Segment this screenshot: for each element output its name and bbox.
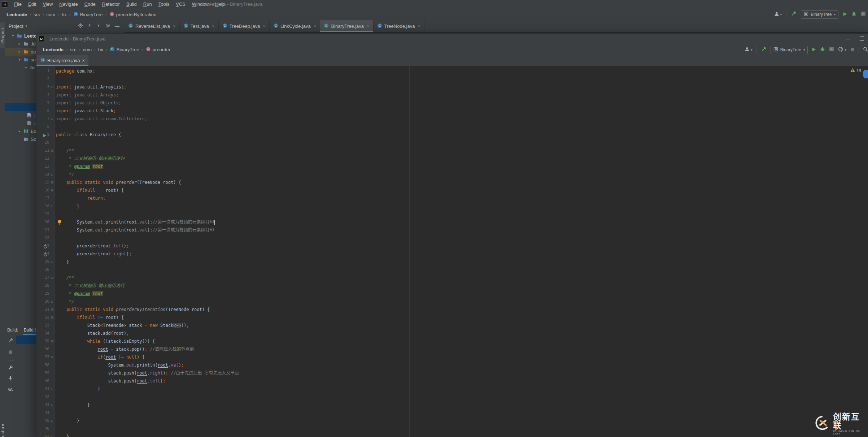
fold-marker[interactable]: ⊟ — [51, 313, 54, 321]
close-icon[interactable]: × — [263, 23, 266, 29]
fold-marker[interactable]: ⊟ — [51, 147, 54, 155]
code-line-13[interactable]: 13 * @param root — [36, 163, 868, 170]
menu-item-build[interactable]: Build — [123, 0, 140, 9]
code-line-36[interactable]: 36 root = stack.pop(); //去除压入栈的节点值 — [36, 345, 868, 353]
code-line-47[interactable]: 47⊔ } — [36, 433, 868, 437]
fold-marker[interactable]: ⊔ — [51, 417, 54, 425]
fold-marker[interactable]: ⊔ — [51, 298, 54, 306]
fold-marker[interactable]: ⊟ — [51, 306, 54, 313]
code-line-32[interactable]: 32⊟ if(null != root) { — [36, 313, 868, 321]
breadcrumb-item-com[interactable]: com — [83, 47, 92, 52]
code-line-1[interactable]: 1package com.hx; — [36, 67, 868, 75]
code-line-16[interactable]: 16⊟ if(null == root) { — [36, 186, 868, 194]
collapse-all-icon[interactable] — [87, 23, 92, 29]
code-line-29[interactable]: 29 * @param root — [36, 290, 868, 298]
menu-item-tools[interactable]: Tools — [155, 0, 173, 9]
maximize-icon[interactable] — [860, 36, 864, 41]
breadcrumb-item-preorderByIteration[interactable]: mpreorderByIteration — [109, 12, 156, 18]
project-panel-header[interactable]: Project ▾ — — [5, 20, 125, 32]
code-line-8[interactable]: 8 — [36, 123, 868, 131]
code-line-45[interactable]: 45⊔ } — [36, 417, 868, 425]
code-line-6[interactable]: 6import java.util.Stack; — [36, 107, 868, 115]
fold-marker[interactable]: ⊔ — [51, 401, 54, 409]
chevron-down-icon[interactable]: ▾ — [11, 34, 15, 38]
code-line-4[interactable]: 4import java.util.Arrays; — [36, 91, 868, 99]
fold-marker[interactable]: ⊔ — [51, 202, 54, 210]
coverage-button[interactable] — [829, 47, 834, 53]
inner-tab-binarytree[interactable]: C BinaryTree.java × — [36, 55, 88, 66]
code-line-42[interactable]: 42 — [36, 393, 868, 401]
code-line-3[interactable]: 3⊟import java.util.ArrayList; — [36, 83, 868, 91]
code-line-9[interactable]: 9public class BinaryTree { — [36, 131, 868, 139]
user-menu-button[interactable]: ▾ — [745, 47, 753, 53]
breadcrumb-item-BinaryTree[interactable]: CBinaryTree — [73, 12, 103, 18]
fold-marker[interactable]: ⊔ — [51, 170, 54, 178]
menu-item-code[interactable]: Code — [81, 0, 99, 9]
code-line-27[interactable]: 27⊟ /** — [36, 274, 868, 282]
pin-icon[interactable] — [8, 376, 13, 382]
tool-stripe-project-button[interactable]: Project — [0, 22, 5, 48]
inner-window-titlebar[interactable]: IJ Leetcode - BinaryTree.java — — [36, 34, 868, 44]
close-icon[interactable]: × — [173, 23, 176, 29]
chevron-down-icon[interactable]: ▾ — [17, 58, 22, 61]
code-line-22[interactable]: 22 — [36, 234, 868, 242]
fold-marker[interactable]: ⊔ — [51, 115, 54, 123]
fold-marker[interactable]: ⊟ — [51, 274, 54, 282]
fold-marker[interactable]: ⊔ — [51, 385, 54, 393]
chevron-right-icon[interactable]: ▸ — [17, 50, 22, 53]
code-line-31[interactable]: 31⊟ public static void preorderByIterati… — [36, 306, 868, 313]
code-line-21[interactable]: 21 System.out.println(root.val);//第一次成为栈… — [36, 226, 868, 234]
stop-icon[interactable] — [8, 349, 13, 356]
menu-item-refactor[interactable]: Refactor — [99, 0, 123, 9]
menu-item-run[interactable]: Run — [140, 0, 155, 9]
code-line-33[interactable]: 33 Stack<TreeNode> stack = new Stack<~>(… — [36, 321, 868, 329]
tab-TreeDeep.java[interactable]: CTreeDeep.java× — [219, 20, 270, 32]
profiler-button[interactable]: ▾ — [838, 47, 846, 53]
debug-button[interactable] — [820, 47, 825, 53]
code-line-46[interactable]: 46 — [36, 425, 868, 433]
inspections-widget[interactable]: 19 — [850, 68, 861, 73]
code-line-35[interactable]: 35⊟ while (!stack.isEmpty()) { — [36, 337, 868, 345]
build-hammer-icon[interactable] — [791, 11, 797, 18]
run-config-select[interactable]: BinaryTree ▾ — [771, 46, 808, 54]
code-line-25[interactable]: 25⊔ } — [36, 258, 868, 266]
chevron-right-icon[interactable]: ▸ — [17, 42, 22, 46]
menu-item-view[interactable]: View — [39, 0, 56, 9]
code-line-37[interactable]: 37⊟ if(root != null) { — [36, 353, 868, 361]
close-icon[interactable]: × — [212, 23, 215, 29]
breadcrumb-item-src[interactable]: src — [34, 12, 40, 17]
menu-item-edit[interactable]: Edit — [25, 0, 39, 9]
fold-marker[interactable]: ⊔ — [51, 258, 54, 266]
code-line-24[interactable]: 24 preorder(root.right); — [36, 250, 868, 258]
run-config-select[interactable]: BinaryTree ▾ — [801, 10, 838, 19]
breadcrumb-item-preorder[interactable]: mpreorder — [146, 47, 170, 53]
code-line-17[interactable]: 17 return; — [36, 194, 868, 202]
code-line-44[interactable]: 44 — [36, 409, 868, 417]
debug-button[interactable] — [851, 11, 856, 18]
code-line-15[interactable]: 15⊟ public static void preorder(TreeNode… — [36, 178, 868, 186]
menu-item-file[interactable]: File — [11, 0, 25, 9]
menu-item-navigate[interactable]: Navigate — [56, 0, 81, 9]
run-button[interactable] — [812, 47, 816, 53]
code-line-2[interactable]: 2 — [36, 75, 868, 83]
run-button[interactable] — [843, 11, 847, 18]
code-line-12[interactable]: 12 * 二叉树遍历-前序遍历递归 — [36, 155, 868, 163]
user-menu-button[interactable]: ▾ — [774, 11, 782, 18]
tab-Test.java[interactable]: CTest.java× — [180, 20, 219, 32]
code-line-11[interactable]: 11⊟ /** — [36, 147, 868, 155]
code-line-20[interactable]: 20 System.out.println(root.val);//第一次成为栈… — [36, 218, 868, 226]
breadcrumb-item-com[interactable]: com — [46, 12, 55, 17]
view-options-icon[interactable] — [8, 386, 13, 393]
fold-marker[interactable]: ⊟ — [51, 337, 54, 345]
tab-TreeNode.java[interactable]: CTreeNode.java× — [374, 20, 424, 32]
code-line-10[interactable]: 10 — [36, 139, 868, 147]
fold-marker[interactable]: ⊟ — [51, 186, 54, 194]
tab-BinaryTree.java[interactable]: CBinaryTree.java× — [320, 20, 373, 32]
hide-panel-icon[interactable]: — — [115, 23, 119, 29]
breadcrumb-item-src[interactable]: src — [70, 47, 76, 52]
breadcrumb-item-Leetcode[interactable]: Leetcode — [43, 47, 64, 52]
gear-icon[interactable] — [105, 23, 110, 29]
code-line-38[interactable]: 38 System.out.println(root.val); — [36, 361, 868, 369]
code-line-19[interactable]: 19 — [36, 210, 868, 218]
stop-icon[interactable] — [850, 47, 855, 53]
